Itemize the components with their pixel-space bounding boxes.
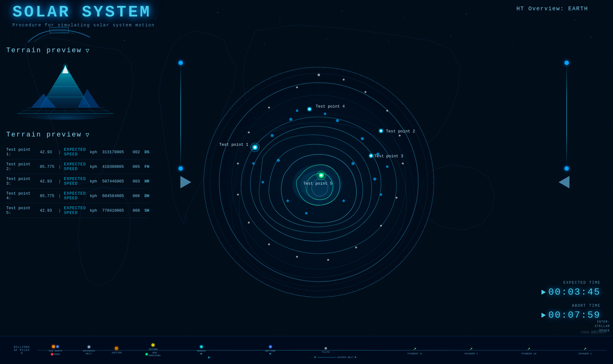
- neptune-label: NEPTUNE: [265, 349, 276, 352]
- chevron-icon-1[interactable]: ▽: [86, 47, 89, 54]
- kuiper-arrow: [314, 356, 316, 358]
- chevron-icon-2[interactable]: ▽: [86, 131, 89, 139]
- number-4: 604584005: [102, 194, 130, 198]
- solar-zero-label: 0: [21, 352, 22, 355]
- sep-2: |: [58, 164, 61, 169]
- svg-point-90: [305, 212, 308, 214]
- code-alpha-5: SH: [144, 208, 149, 213]
- code-alpha-3: HR: [144, 179, 149, 184]
- number-2: 410308005: [102, 164, 130, 169]
- arrow-right-icon[interactable]: [180, 176, 191, 188]
- svg-point-92: [271, 134, 274, 137]
- svg-point-87: [373, 177, 376, 181]
- expected-label-2: EXPECTED SPEED: [64, 162, 87, 171]
- uranus-arrow: [200, 353, 202, 355]
- deco-arc: [25, 25, 93, 44]
- voyager2-label: VOYAGER 2: [464, 352, 478, 355]
- data-table: Test point 1: 42.93 | EXPECTED SPEED kph…: [6, 145, 149, 218]
- left-panel: Terrain preview ▽: [6, 47, 149, 218]
- app-subtitle: Procedure for simulating solar system mo…: [12, 23, 155, 28]
- sep-4: |: [58, 194, 61, 198]
- vert-line-right: [566, 62, 567, 168]
- abort-time-label: ABORT TIME: [541, 304, 601, 308]
- data-row-3: Test point 3: 42.93 | EXPECTED SPEED kph…: [6, 174, 149, 189]
- planet-dot-sun: [52, 345, 55, 348]
- solar-miles-label: OF MILES: [14, 349, 30, 352]
- expected-label-4: EXPECTED SPEED: [64, 191, 87, 200]
- pioneer10-icon: ↗: [527, 345, 531, 352]
- svg-point-103: [399, 135, 401, 136]
- svg-point-86: [351, 162, 355, 165]
- vert-dot-bottom: [179, 166, 183, 171]
- unit-2: kph: [90, 164, 97, 169]
- svg-point-107: [355, 247, 357, 248]
- ht-overview: HT Overview: EARTH: [517, 6, 588, 12]
- abort-time-block: ABORT TIME 00:07:59: [541, 304, 601, 320]
- number-3: 507446005: [102, 179, 130, 184]
- svg-rect-33: [51, 29, 67, 31]
- point-value-3: 42.93: [40, 179, 55, 184]
- point-value-5: 42.93: [40, 208, 55, 213]
- svg-point-84: [361, 137, 364, 140]
- pioneer11-icon: ↗: [413, 345, 416, 352]
- planet-uranus: URANUS: [197, 345, 206, 355]
- planet-voyager1: ↗ VOYAGER 1: [578, 345, 592, 355]
- jupiter-label: JUPITER: [111, 351, 122, 354]
- svg-point-108: [327, 259, 329, 261]
- play-icon-expected: [541, 290, 546, 295]
- sun-earth-label: SUN EARTH: [49, 349, 62, 352]
- planet-dot-pluto: [325, 347, 327, 349]
- planet-dot-mars: [51, 353, 53, 355]
- voyager1-icon: ↗: [583, 345, 587, 352]
- code-num-5: 008: [132, 208, 142, 213]
- expected-time-label: EXPECTED TIME: [541, 281, 601, 285]
- nav-arrow-left[interactable]: [180, 176, 191, 188]
- arrow-left-icon[interactable]: [559, 176, 569, 188]
- voyager1-label: VOYAGER 1: [578, 352, 592, 355]
- play-icon-abort: [541, 313, 546, 318]
- svg-point-115: [268, 107, 270, 108]
- app-title: Solar system: [12, 3, 155, 21]
- solar-arrow: [208, 356, 211, 359]
- svg-point-88: [342, 200, 345, 202]
- planet-dot-neptune: [269, 345, 272, 348]
- number-5: 770410005: [102, 208, 130, 213]
- svg-point-55: [64, 65, 66, 67]
- expected-label-3: EXPECTED SPEED: [64, 177, 87, 186]
- svg-point-83: [336, 119, 339, 122]
- point-value-1: 42.93: [40, 150, 55, 154]
- planet-dot-uranus: [200, 345, 203, 348]
- expected-time-block: EXPECTED TIME 00:03:45: [541, 281, 601, 297]
- header: Solar system Procedure for simulating so…: [12, 3, 155, 28]
- svg-point-112: [237, 194, 239, 196]
- nav-arrow-right[interactable]: [559, 176, 569, 188]
- svg-point-97: [296, 109, 298, 112]
- asteroid-label: ASTEROIDBELT: [83, 349, 95, 355]
- svg-point-85: [277, 159, 280, 162]
- svg-point-114: [248, 131, 250, 133]
- planet-dot-newhorizons: [146, 353, 148, 355]
- number-1: 313170005: [102, 150, 130, 154]
- vert-dot-right-top: [564, 61, 569, 65]
- data-row-4: Test point 4: 85.775 | EXPECTED SPEED kp…: [6, 189, 149, 203]
- point-name-2: Test point 2:: [6, 162, 37, 171]
- svg-point-98: [324, 113, 326, 115]
- solar-axis-label: BILLIONS OF MILES 0: [6, 346, 37, 355]
- svg-point-102: [386, 110, 388, 112]
- svg-point-109: [296, 256, 298, 258]
- unit-3: kph: [90, 179, 97, 184]
- point-name-4: Test point 4:: [6, 191, 37, 200]
- planet-dot-asteroid: [88, 346, 90, 348]
- newhorizons-label: NEWHORIZONS: [149, 351, 160, 357]
- code-num-2: 005: [132, 164, 142, 169]
- data-row-1: Test point 1: 42.93 | EXPECTED SPEED kph…: [6, 145, 149, 159]
- svg-point-104: [402, 163, 404, 164]
- vert-line-left: [180, 62, 181, 168]
- section-header-2: Terrain preview ▽: [6, 131, 149, 139]
- svg-point-105: [396, 197, 397, 199]
- planet-pluto: PLUTO KUIPER BELT: [322, 347, 330, 353]
- code-alpha-4: DH: [144, 194, 149, 198]
- planet-sun-earth: SUN EARTH MARS: [49, 345, 62, 356]
- solar-timeline: SUN EARTH MARS ASTEROIDBELT JUPITER SATU…: [37, 339, 607, 361]
- unit-4: kph: [90, 194, 97, 198]
